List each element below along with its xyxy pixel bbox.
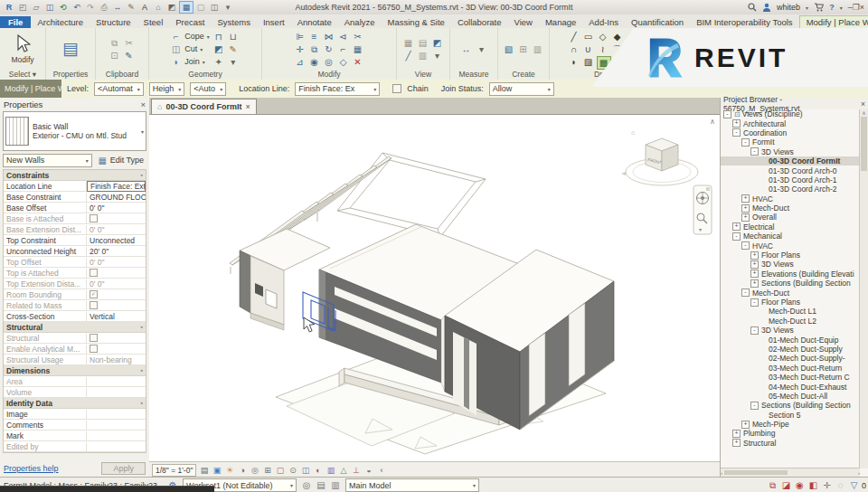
browser-item-00-3d-coord-formit[interactable]: 00-3D Coord FormIt [721, 156, 860, 166]
beam-joins-icon[interactable]: ⊓ [212, 31, 225, 43]
modify-button[interactable]: Modify [4, 34, 42, 64]
expand-icon[interactable]: + [732, 222, 741, 231]
property-value[interactable] [87, 214, 146, 222]
scale-button[interactable]: 1/8" = 1'-0" [152, 464, 196, 477]
collapse-icon[interactable]: - [750, 402, 759, 410]
tab-file[interactable]: File [0, 16, 31, 28]
browser-item-3d-views[interactable]: +3D Views [721, 260, 860, 269]
panel-label-select[interactable]: Select ▾ [0, 70, 45, 80]
property-value[interactable]: 20' 0" [87, 247, 146, 256]
draw-tangent-arc-icon[interactable]: ≀ [597, 43, 609, 55]
temporary-hide-isolate-icon[interactable]: ◫ [299, 465, 311, 477]
browser-item-formit[interactable]: -FormIt [721, 137, 860, 147]
browser-item-3d-views[interactable]: -3D Views [721, 147, 860, 156]
tag-icon[interactable]: ✎ [125, 2, 137, 13]
panel-label-create[interactable]: Create [498, 70, 549, 80]
panel-label-view[interactable]: View [397, 70, 449, 80]
browser-item-sections-building-section[interactable]: -Sections (Building Section [721, 401, 860, 410]
apply-button[interactable]: Apply [101, 462, 146, 475]
browser-item-01-3d-coord-arch-2[interactable]: 01-3D Coord Arch-2 [721, 184, 860, 194]
filter-icon[interactable]: ▽ [848, 479, 860, 491]
properties-section-dimensions[interactable]: Dimensions▪ [4, 365, 146, 376]
scale-icon[interactable]: ⊿ [294, 56, 307, 68]
browser-item-03-mech-duct-return-c[interactable]: 03-Mech Duct-Return C [721, 373, 860, 382]
align-icon[interactable]: ⊫ [294, 31, 307, 43]
browser-item-sections-building-section[interactable]: +Sections (Building Section [721, 279, 860, 288]
properties-help-link[interactable]: Properties help [4, 464, 59, 473]
close-button[interactable]: × [860, 3, 864, 12]
property-value[interactable]: 0' 0" [87, 258, 146, 267]
property-value[interactable]: GROUND FLOOR [87, 193, 146, 202]
edit-type-button[interactable]: ▦ Edit Type [95, 154, 146, 167]
pin-icon[interactable]: ◉ [308, 56, 321, 68]
tab-modify-place-wall[interactable]: Modify | Place Wall [799, 15, 868, 28]
cut-geometry-button[interactable]: ◫Cut▾ [170, 43, 210, 55]
design-option-select[interactable]: Main Model▾ [345, 478, 479, 492]
browser-item-mech-duct[interactable]: +Mech-Duct [721, 203, 860, 213]
property-value[interactable]: 0' 0" [87, 225, 146, 234]
tab-annotate[interactable]: Annotate [291, 16, 338, 28]
redo-icon[interactable]: ↷ [84, 2, 97, 13]
pick-lines-icon[interactable]: ▨ [582, 56, 595, 68]
property-value[interactable]: ✓ [87, 290, 146, 298]
properties-close-icon[interactable]: × [140, 99, 146, 109]
location-line-select[interactable]: Finish Face: Ex▾ [295, 82, 380, 96]
background-processes-icon[interactable]: ◌ [835, 479, 846, 491]
cut-profile-icon[interactable]: ◩ [431, 37, 444, 49]
property-value[interactable]: Finish Face: Exterior [87, 181, 146, 192]
property-value[interactable]: 0' 0" [87, 279, 146, 289]
active-workset-icon[interactable]: ◎ [300, 479, 313, 491]
expand-icon[interactable]: + [750, 279, 759, 288]
tab-precast[interactable]: Precast [169, 16, 211, 28]
draw-center-ends-arc-icon[interactable]: ∪ [582, 43, 595, 55]
property-value[interactable]: Vertical [87, 312, 146, 321]
browser-item-01-3d-coord-arch-0[interactable]: 01-3D Coord Arch-0 [721, 166, 860, 175]
panel-label-geometry[interactable]: Geometry [149, 70, 261, 80]
tab-insert[interactable]: Insert [257, 16, 291, 28]
paint-icon[interactable]: ✎ [227, 43, 240, 55]
property-checkbox[interactable]: ✓ [90, 290, 98, 298]
browser-item-05-mech-duct-all[interactable]: 05-Mech Duct-All [721, 392, 860, 401]
tab-architecture[interactable]: Architecture [31, 16, 90, 28]
sync-with-central-icon[interactable]: ⟲ [57, 2, 70, 13]
properties-section-structural[interactable]: Structural▪ [4, 322, 146, 333]
browser-horizontal-scrollbar[interactable]: ‹› [721, 468, 860, 477]
create-similar-icon[interactable]: ⊞ [517, 43, 530, 55]
draw-circumscribed-polygon-icon[interactable]: ◆ [611, 31, 624, 43]
signed-in-user[interactable]: whiteb [777, 3, 800, 12]
property-value[interactable]: Unconnected [87, 236, 146, 245]
properties-button[interactable]: ▤ [52, 39, 90, 59]
rendering-dialog-icon[interactable]: ◎ [249, 465, 260, 477]
browser-item-electrical[interactable]: +Electrical [721, 222, 860, 232]
create-group-icon[interactable]: ▧ [503, 43, 515, 55]
collapse-icon[interactable]: - [750, 147, 759, 156]
height-select[interactable]: Heigh▾ [149, 82, 185, 96]
tab-structure[interactable]: Structure [90, 16, 137, 28]
section-icon[interactable]: ◩ [165, 2, 178, 13]
browser-item-floor-plans[interactable]: +Floor Plans [721, 251, 860, 260]
browser-item-views-discipline[interactable]: -⊡Views (Discipline) [721, 109, 860, 118]
browser-item-structural[interactable]: +Structural [721, 439, 860, 448]
browser-item-03-mech-duct-return[interactable]: 03-Mech Duct-Return [721, 364, 860, 373]
delete-icon[interactable]: ✕ [352, 56, 364, 68]
expand-view-control-icon[interactable]: ‹ [375, 465, 387, 477]
expand-icon[interactable]: + [732, 439, 741, 447]
detail-level-icon[interactable]: ▤ [198, 465, 210, 477]
panel-label-properties[interactable]: Properties [46, 70, 95, 80]
view-cube[interactable]: FRONT ⌂ [621, 129, 703, 185]
move-icon[interactable]: ✛ [294, 43, 307, 55]
collapse-icon[interactable]: - [750, 326, 759, 335]
property-value[interactable]: Non-bearing [87, 355, 146, 364]
property-checkbox[interactable] [90, 269, 98, 277]
user-icon[interactable] [762, 3, 771, 12]
show-crop-region-icon[interactable]: ▢ [274, 465, 286, 477]
linework-icon[interactable]: ╱ [402, 50, 415, 62]
panel-label-measure[interactable]: Measure [450, 70, 497, 80]
show-analytical-model-icon[interactable]: △ [337, 465, 349, 477]
properties-section-constraints[interactable]: Constraints▪ [4, 170, 146, 181]
expand-icon[interactable]: + [741, 194, 750, 203]
draw-inscribed-polygon-icon[interactable]: ◇ [597, 31, 609, 43]
paste-icon[interactable]: ⧉ [108, 37, 121, 49]
type-selector[interactable]: Basic Wall Exterior - CMU on Mtl. Stud ▾ [3, 111, 146, 151]
default-3d-view-icon[interactable]: ⌂ [152, 2, 165, 13]
